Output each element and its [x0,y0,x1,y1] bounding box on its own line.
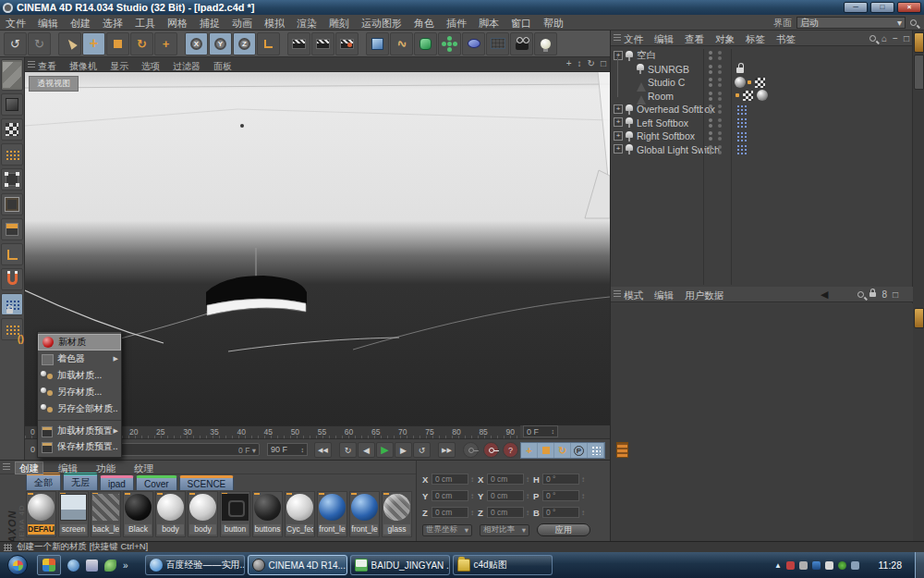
search-icon[interactable] [910,19,917,26]
apply-button[interactable]: 应用 [537,523,590,536]
browser-icon[interactable] [67,560,79,572]
expand-icon[interactable] [625,92,635,100]
redo-button[interactable]: ↻ [28,32,51,55]
workplane-mode-button[interactable]: () [1,318,23,340]
menu-item[interactable]: 窗口 [511,18,531,29]
undo-button[interactable]: ↺ [4,32,27,55]
panel-grip[interactable] [614,34,621,43]
material-item[interactable]: screen [58,491,89,537]
menu-item[interactable]: 雕刻 [329,18,349,29]
visibility-dots[interactable] [707,50,731,61]
material-item[interactable]: body [188,491,218,537]
enable-axis-button[interactable] [1,243,23,265]
expand-icon[interactable] [625,79,635,87]
end-frame-field[interactable]: 90 F↕ [267,443,308,456]
material-layer-tab[interactable]: Cover [136,475,177,490]
lock-x-axis[interactable]: X [185,32,208,55]
key-pla-toggle[interactable] [588,443,604,458]
uv-mode-button[interactable] [1,143,23,166]
viewport-menu-item[interactable]: 摄像机 [69,61,97,71]
autokey-button[interactable]: ? [503,442,518,458]
popup-menu-item[interactable]: 加载材质预置 ▶ [38,420,121,438]
last-used-tool[interactable]: + [154,32,177,55]
position-field[interactable]: 0 cm [432,490,468,501]
taskbar-button[interactable]: c4d贴图 [453,555,553,575]
next-key-button[interactable]: ▶ [395,442,412,458]
link-icon[interactable]: 8 [881,289,887,300]
dock-tab-objects[interactable] [914,32,924,53]
object-manager-menu-item[interactable]: 书签 [776,33,796,44]
lock-z-axis[interactable]: Z [233,32,256,55]
add-subdivision-surface-button[interactable] [414,32,437,55]
explorer-icon[interactable] [86,560,98,572]
ruler-frame-field[interactable]: 0 F↕ [523,425,558,437]
search-icon[interactable] [869,35,876,42]
menu-item[interactable]: 帮助 [543,18,564,29]
texture-mode-button[interactable] [1,118,23,141]
coordinate-system-dropdown[interactable]: 世界坐标▾ [422,524,472,536]
menu-item[interactable]: 插件 [446,18,467,29]
object-tags[interactable] [735,63,790,75]
attribute-manager-menu-item[interactable]: 用户数据 [685,289,723,301]
visibility-dots[interactable] [707,77,731,88]
visibility-dots[interactable] [707,64,731,75]
menu-item[interactable]: 网格 [167,18,188,29]
goto-start-button[interactable]: ◀◀ [314,442,332,458]
render-settings-button[interactable] [335,32,359,55]
object-row[interactable]: Studio C [611,76,908,90]
menu-item[interactable]: 编辑 [38,18,58,29]
record-keyframe-button[interactable] [483,442,499,458]
collapse-icon[interactable]: − [893,33,898,43]
menu-item[interactable]: 模拟 [264,18,285,29]
polygon-mode-button[interactable] [1,218,23,240]
attribute-manager-menu-item[interactable]: 模式 [624,289,643,301]
rotate-view-icon[interactable]: ↻ [588,58,595,68]
material-item[interactable]: back_le [91,491,121,537]
size-field[interactable]: 0 cm [487,490,524,501]
dock-tab-content-browser[interactable] [914,55,924,90]
add-spline-button[interactable]: ∿ [390,32,413,55]
position-field[interactable]: 0 cm [432,507,468,518]
view-label-chip[interactable]: 透视视图 [29,76,79,92]
dock-tab-attributes[interactable] [914,308,924,328]
goto-end-button[interactable]: ▶▶ [438,442,456,458]
menu-item[interactable]: 选择 [103,18,123,29]
material-item[interactable]: DEFAUL [26,491,56,537]
maximize-button[interactable]: □ [870,2,894,13]
tray-icon[interactable] [786,561,795,570]
key-rotation-toggle[interactable]: ↻ [554,443,571,458]
menu-item[interactable]: 运动图形 [361,18,402,29]
menu-item[interactable]: 文件 [6,18,26,29]
render-view-button[interactable] [287,32,310,55]
object-tags[interactable] [735,143,790,155]
attribute-manager-menu-item[interactable]: 编辑 [654,289,674,301]
home-icon[interactable]: ⌂ [881,33,887,43]
object-tags[interactable] [735,50,790,62]
cycle-button[interactable]: ↺ [413,442,431,458]
visibility-dots[interactable] [707,91,731,102]
menu-item[interactable]: 工具 [135,18,155,29]
menu-item[interactable]: 渲染 [297,18,317,29]
size-field[interactable]: 0 cm [487,473,524,485]
show-desktop-button[interactable] [915,552,924,578]
taskbar-clock[interactable]: 11:28 [879,560,903,571]
panel-grip[interactable] [614,290,621,299]
taskbar-button[interactable]: BAIDU_JINGYAN ... [350,555,450,575]
material-layer-tab[interactable]: ipad [100,475,134,490]
popup-menu-item[interactable]: 另存材质... [38,384,121,400]
object-tags[interactable] [735,77,790,89]
viewport-menu-item[interactable]: 面板 [213,61,232,71]
position-field[interactable]: 0 cm [432,473,468,485]
rotate-tool[interactable]: ↻ [130,32,153,55]
material-menu-item[interactable]: 功能 [92,462,119,473]
material-menu-item[interactable]: 创建 [15,461,43,474]
size-mode-dropdown[interactable]: 相对比率▾ [480,524,529,536]
object-tags[interactable] [735,117,790,129]
visibility-dots[interactable] [707,104,731,115]
material-layer-tab[interactable]: SCENCE [179,475,235,490]
material-item[interactable]: front_le [349,491,380,537]
key-parameter-toggle[interactable]: P [571,443,588,458]
object-manager-menu-item[interactable]: 文件 [624,33,643,44]
rotation-field[interactable]: 0 ° [542,507,579,518]
lock-icon[interactable] [869,292,876,297]
